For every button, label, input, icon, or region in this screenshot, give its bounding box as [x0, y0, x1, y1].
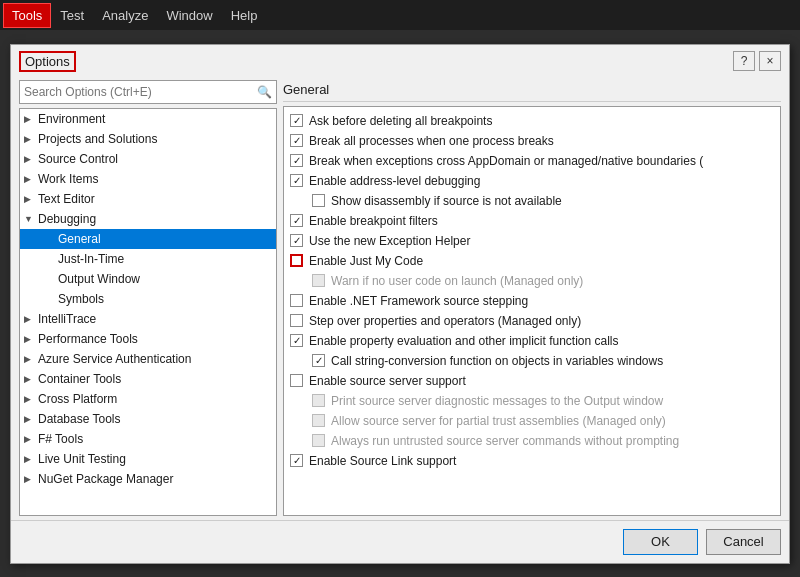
tree-item[interactable]: ▶Projects and Solutions [20, 129, 276, 149]
checkbox[interactable] [312, 434, 325, 447]
option-row: Warn if no user code on launch (Managed … [290, 271, 774, 291]
option-label: Allow source server for partial trust as… [331, 414, 666, 428]
checkbox[interactable] [290, 134, 303, 147]
option-label: Call string-conversion function on objec… [331, 354, 663, 368]
search-box: 🔍 [19, 80, 277, 104]
tree-item[interactable]: ▶Performance Tools [20, 329, 276, 349]
dialog-overlay: Options ? × 🔍 ▶Environment▶Projects and … [0, 30, 800, 577]
expand-arrow-icon: ▶ [24, 394, 38, 404]
expand-arrow-icon: ▶ [24, 414, 38, 424]
menu-test[interactable]: Test [52, 4, 92, 27]
tree-panel: ▶Environment▶Projects and Solutions▶Sour… [19, 108, 277, 516]
tree-item-label: Source Control [38, 152, 118, 166]
option-row: Ask before deleting all breakpoints [290, 111, 774, 131]
option-row: Call string-conversion function on objec… [290, 351, 774, 371]
checkbox[interactable] [290, 314, 303, 327]
search-input[interactable] [24, 85, 257, 99]
tree-item-label: Environment [38, 112, 105, 126]
checkbox[interactable] [290, 374, 303, 387]
checkbox[interactable] [290, 454, 303, 467]
option-label: Print source server diagnostic messages … [331, 394, 663, 408]
tree-item-label: Container Tools [38, 372, 121, 386]
options-dialog: Options ? × 🔍 ▶Environment▶Projects and … [10, 44, 790, 564]
option-label: Enable address-level debugging [309, 174, 480, 188]
tree-item[interactable]: ▶Source Control [20, 149, 276, 169]
cancel-button[interactable]: Cancel [706, 529, 781, 555]
checkbox[interactable] [312, 354, 325, 367]
checkbox[interactable] [312, 414, 325, 427]
tree-item[interactable]: ▶Cross Platform [20, 389, 276, 409]
checkbox[interactable] [312, 394, 325, 407]
option-row: Enable breakpoint filters [290, 211, 774, 231]
help-button[interactable]: ? [733, 51, 755, 71]
checkbox[interactable] [290, 214, 303, 227]
tree-item[interactable]: ▶NuGet Package Manager [20, 469, 276, 489]
option-label: Enable .NET Framework source stepping [309, 294, 528, 308]
options-scroll[interactable]: Ask before deleting all breakpointsBreak… [283, 106, 781, 516]
tree-item[interactable]: ▶Azure Service Authentication [20, 349, 276, 369]
checkbox[interactable] [312, 194, 325, 207]
checkbox[interactable] [290, 154, 303, 167]
checkbox[interactable] [290, 254, 303, 267]
option-row: Break when exceptions cross AppDomain or… [290, 151, 774, 171]
tree-item-label: Cross Platform [38, 392, 117, 406]
tree-item[interactable]: ▶Container Tools [20, 369, 276, 389]
tree-item[interactable]: ▶Environment [20, 109, 276, 129]
option-row: Enable property evaluation and other imp… [290, 331, 774, 351]
expand-arrow-icon: ▶ [24, 154, 38, 164]
tree-item[interactable]: Just-In-Time [20, 249, 276, 269]
expand-arrow-icon: ▶ [24, 194, 38, 204]
tree-item-label: Output Window [58, 272, 140, 286]
tree-item[interactable]: Symbols [20, 289, 276, 309]
tree-item[interactable]: ▶IntelliTrace [20, 309, 276, 329]
tree-item-label: NuGet Package Manager [38, 472, 173, 486]
option-label: Enable Source Link support [309, 454, 456, 468]
option-row: Enable .NET Framework source stepping [290, 291, 774, 311]
ok-button[interactable]: OK [623, 529, 698, 555]
close-button[interactable]: × [759, 51, 781, 71]
tree-item-label: Performance Tools [38, 332, 138, 346]
tree-item[interactable]: Output Window [20, 269, 276, 289]
tree-item[interactable]: ▶Live Unit Testing [20, 449, 276, 469]
checkbox[interactable] [312, 274, 325, 287]
checkbox[interactable] [290, 114, 303, 127]
menu-bar: Tools Test Analyze Window Help [0, 0, 800, 30]
menu-analyze[interactable]: Analyze [94, 4, 156, 27]
expand-arrow-icon: ▶ [24, 334, 38, 344]
option-label: Always run untrusted source server comma… [331, 434, 679, 448]
option-row: Always run untrusted source server comma… [290, 431, 774, 451]
tree-item[interactable]: ▶Database Tools [20, 409, 276, 429]
tree-item[interactable]: ▼Debugging [20, 209, 276, 229]
expand-arrow-icon: ▶ [24, 474, 38, 484]
right-panel: General Ask before deleting all breakpoi… [283, 80, 781, 516]
tree-item[interactable]: ▶Text Editor [20, 189, 276, 209]
checkbox[interactable] [290, 334, 303, 347]
expand-arrow-icon: ▶ [24, 454, 38, 464]
menu-help[interactable]: Help [223, 4, 266, 27]
tree-item-label: Live Unit Testing [38, 452, 126, 466]
tree-item-label: Just-In-Time [58, 252, 124, 266]
tree-item[interactable]: General [20, 229, 276, 249]
option-row: Allow source server for partial trust as… [290, 411, 774, 431]
menu-window[interactable]: Window [158, 4, 220, 27]
checkbox[interactable] [290, 234, 303, 247]
option-row: Enable Just My Code [290, 251, 774, 271]
expand-arrow-icon: ▶ [24, 114, 38, 124]
option-label: Step over properties and operators (Mana… [309, 314, 581, 328]
tree-item[interactable]: ▶F# Tools [20, 429, 276, 449]
option-label: Ask before deleting all breakpoints [309, 114, 492, 128]
dialog-title: Options [19, 51, 76, 72]
tree-item-label: Debugging [38, 212, 96, 226]
left-panel: 🔍 ▶Environment▶Projects and Solutions▶So… [19, 80, 277, 516]
checkbox[interactable] [290, 174, 303, 187]
option-label: Enable source server support [309, 374, 466, 388]
expand-arrow-icon: ▶ [24, 174, 38, 184]
tree-item[interactable]: ▶Work Items [20, 169, 276, 189]
checkbox[interactable] [290, 294, 303, 307]
dialog-titlebar: Options ? × [11, 45, 789, 76]
expand-arrow-icon: ▶ [24, 434, 38, 444]
menu-tools[interactable]: Tools [4, 4, 50, 27]
tree-item-label: IntelliTrace [38, 312, 96, 326]
option-label: Warn if no user code on launch (Managed … [331, 274, 583, 288]
expand-arrow-icon: ▶ [24, 374, 38, 384]
